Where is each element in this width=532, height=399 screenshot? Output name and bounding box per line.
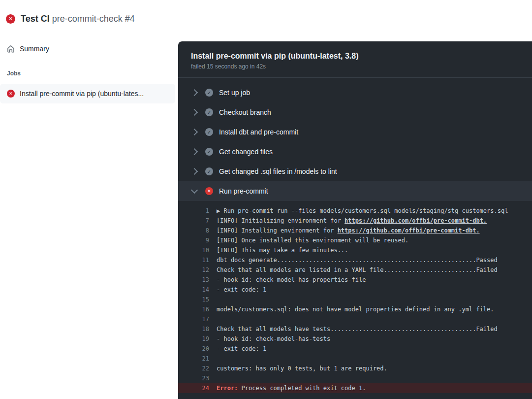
sidebar-item-label: Summary [20, 45, 49, 53]
step-label: Run pre-commit [219, 187, 268, 195]
job-status-text: failed 15 seconds ago in 42s [191, 63, 520, 70]
log-line: 13- hook id: check-model-has-properties-… [178, 275, 532, 285]
log-text-segment: - hook id: check-model-has-tests [217, 335, 330, 342]
step-label: Checkout branch [219, 108, 271, 116]
log-text-segment: dbt docs generate.......................… [217, 257, 498, 264]
step-label: Get changed files [219, 148, 273, 156]
step-row[interactable]: ✓Install dbt and pre-commit [178, 122, 532, 142]
log-line: 15 [178, 295, 532, 304]
page-title: Test CI pre-commit-check #4 [21, 14, 135, 24]
step-label: Install dbt and pre-commit [219, 128, 298, 136]
check-circle-icon: ✓ [205, 108, 213, 116]
chevron-right-icon[interactable] [191, 89, 198, 96]
jobs-heading: Jobs [7, 70, 21, 77]
log-line: 8[INFO] Installing environment for https… [178, 226, 532, 235]
log-text-segment: [INFO] Once installed this environment w… [217, 237, 408, 244]
step-row[interactable]: ✓Set up job [178, 83, 532, 102]
log-line-number[interactable]: 22 [178, 364, 209, 373]
log-text-segment: Check that all models have tests........… [217, 326, 498, 332]
log-line-number[interactable]: 8 [178, 226, 209, 235]
log-line: 17 [178, 314, 532, 324]
step-row[interactable]: ✓Get changed files [178, 142, 532, 162]
log-line-text: - exit code: 1 [209, 344, 266, 354]
log-text-segment: Check that all models are listed in a YA… [217, 266, 498, 273]
chevron-right-icon[interactable] [191, 129, 198, 135]
log-line: 10[INFO] This may take a few minutes... [178, 245, 532, 255]
log-line-number[interactable]: 19 [178, 334, 209, 344]
log-line-number[interactable]: 23 [178, 373, 209, 383]
log-link[interactable]: https://github.com/offbi/pre-commit-dbt. [338, 227, 480, 234]
steps-list: ✓Set up job✓Checkout branch✓Install dbt … [178, 78, 532, 201]
log-line: 11dbt docs generate.....................… [178, 255, 532, 265]
log-line-text [209, 373, 217, 383]
chevron-down-icon[interactable] [191, 187, 198, 194]
log-line: 24Error: Process completed with exit cod… [178, 383, 532, 393]
x-circle-icon: ✕ [205, 187, 213, 195]
x-circle-icon: ✕ [7, 90, 15, 98]
log-line-number[interactable]: 18 [178, 324, 209, 334]
log-line-number[interactable]: 12 [178, 265, 209, 275]
step-label: Set up job [219, 89, 250, 97]
log-line-number[interactable]: 14 [178, 285, 209, 295]
check-circle-icon: ✓ [205, 128, 213, 136]
log-line-text [209, 314, 217, 324]
log-line: 12Check that all models are listed in a … [178, 265, 532, 275]
log-line-text: Check that all models have tests........… [209, 324, 498, 334]
panel-header: Install pre-commit via pip (ubuntu-lates… [178, 41, 532, 78]
log-line-number[interactable]: 13 [178, 275, 209, 285]
chevron-right-icon[interactable] [191, 109, 198, 116]
log-line-number[interactable]: 17 [178, 314, 209, 324]
log-line-number[interactable]: 21 [178, 354, 209, 364]
log-line-text: [INFO] Once installed this environment w… [209, 235, 408, 245]
log-line: 21 [178, 354, 532, 364]
log-line-text [209, 295, 217, 304]
log-line-text: customers: has only 0 tests, but 1 are r… [209, 364, 387, 373]
log-line: 22customers: has only 0 tests, but 1 are… [178, 364, 532, 373]
log-line-number[interactable]: 20 [178, 344, 209, 354]
step-row[interactable]: ✕Run pre-commit [178, 181, 532, 201]
step-row[interactable]: ✓Checkout branch [178, 102, 532, 122]
log-line-number[interactable]: 11 [178, 255, 209, 265]
home-icon [7, 45, 15, 53]
log-text-segment: Process completed with exit code 1. [242, 385, 366, 392]
log-text-segment: - hook id: check-model-has-properties-fi… [217, 276, 366, 283]
log-line-number[interactable]: 15 [178, 295, 209, 304]
log-line-text: - exit code: 1 [209, 285, 266, 295]
log-line: 7[INFO] Initializing environment for htt… [178, 216, 532, 226]
sidebar-job-item[interactable]: ✕ Install pre-commit via pip (ubuntu-lat… [0, 84, 175, 103]
log-line: 9[INFO] Once installed this environment … [178, 235, 532, 245]
log-line: 16models/customers.sql: does not have mo… [178, 304, 532, 314]
chevron-right-icon[interactable] [191, 148, 198, 155]
job-title: Install pre-commit via pip (ubuntu-lates… [191, 51, 520, 61]
log-line-text: [INFO] Installing environment for https:… [209, 226, 480, 235]
log-line-number[interactable]: 16 [178, 304, 209, 314]
log-line: 23 [178, 373, 532, 383]
sidebar-item-summary[interactable]: Summary [7, 45, 49, 53]
log-line: 14- exit code: 1 [178, 285, 532, 295]
step-row[interactable]: ✓Get changed .sql files in /models to li… [178, 162, 532, 181]
log-line-number[interactable]: 10 [178, 245, 209, 255]
chevron-right-icon[interactable] [191, 168, 198, 175]
log-line: 18Check that all models have tests......… [178, 324, 532, 334]
check-circle-icon: ✓ [205, 148, 213, 156]
log-text-segment: [INFO] Initializing environment for [217, 217, 344, 224]
log-output: 1▶ Run pre-commit run --files models/cus… [178, 201, 532, 393]
log-line-text: Error: Process completed with exit code … [209, 383, 366, 393]
log-line-text: [INFO] This may take a few minutes... [209, 245, 348, 255]
log-text-segment: - exit code: 1 [217, 345, 266, 352]
log-text-segment: [INFO] This may take a few minutes... [217, 247, 348, 254]
log-line-number[interactable]: 7 [178, 216, 209, 226]
log-line-number[interactable]: 24 [178, 383, 209, 393]
log-line-number[interactable]: 1 [178, 206, 209, 216]
log-line: 19- hook id: check-model-has-tests [178, 334, 532, 344]
log-line-text: - hook id: check-model-has-properties-fi… [209, 275, 366, 285]
log-text-segment: customers: has only 0 tests, but 1 are r… [217, 365, 387, 372]
log-link[interactable]: https://github.com/offbi/pre-commit-dbt. [344, 217, 487, 224]
log-line-number[interactable]: 9 [178, 235, 209, 245]
log-line-text [209, 354, 217, 364]
log-line-text: dbt docs generate.......................… [209, 255, 498, 265]
log-text-segment: Error: [217, 385, 242, 392]
run-name: pre-commit-check #4 [52, 14, 135, 24]
log-text-segment: - exit code: 1 [217, 286, 266, 293]
check-circle-icon: ✓ [205, 89, 213, 97]
